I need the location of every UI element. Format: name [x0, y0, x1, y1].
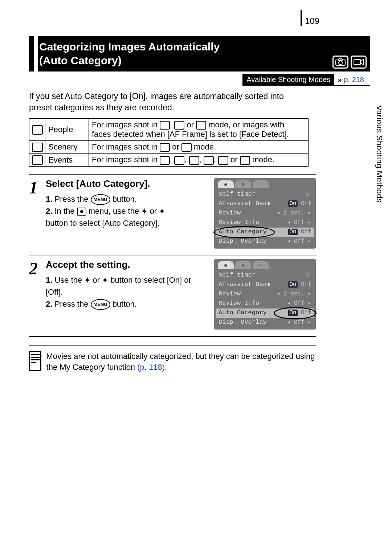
svg-rect-3 [354, 60, 360, 65]
svg-point-1 [339, 61, 342, 65]
lcd-tab-tools-icon: ⚒ [235, 180, 251, 188]
lcd-tab-camera-icon: ◉ [218, 261, 234, 269]
people-icon [32, 125, 43, 135]
lcd-tab-print-icon: ▭ [253, 180, 269, 188]
intro-text: If you set Auto Category to [On], images… [29, 91, 309, 113]
mode-icon [160, 121, 170, 130]
step-1: 1 Select [Auto Category]. 1. Press the M… [29, 175, 316, 255]
mode-icon [160, 156, 170, 165]
scenery-icon [32, 143, 43, 152]
category-desc: For images shot in or mode. [89, 141, 309, 154]
category-desc: For images shot in , , , , or mode. [89, 154, 309, 166]
left-arrow-icon: ✦ [84, 276, 90, 284]
table-row: Scenery For images shot in or mode. [29, 141, 309, 154]
mode-icon [240, 156, 250, 165]
category-name: People [45, 119, 89, 141]
up-arrow-icon: ✦ [141, 207, 147, 215]
camera-icon [332, 56, 348, 69]
step-title: Accept the setting. [46, 259, 211, 270]
available-modes-link[interactable]: »p. 218 [334, 74, 370, 85]
lcd-tab-tools-icon: ⚒ [235, 261, 251, 269]
page-title: Categorizing Images Automatically (Auto … [38, 36, 370, 71]
section-tab-label: Various Shooting Methods [375, 105, 384, 203]
lcd-screenshot-1: ◉ ⚒ ▭ Self-timer⏲ AF-assist BeamOn Off R… [214, 178, 316, 249]
page-number: 109 [301, 10, 319, 26]
table-row: Events For images shot in , , , , or mod… [29, 154, 309, 166]
note-icon [29, 351, 41, 371]
category-name: Events [45, 154, 89, 166]
steps: 1 Select [Auto Category]. 1. Press the M… [29, 174, 316, 337]
lcd-screenshot-2: ◉ ⚒ ▭ Self-timer⏲ AF-assist BeamOn Off R… [214, 259, 316, 330]
mode-icon [160, 143, 170, 152]
lcd-tab-camera-icon: ◉ [218, 180, 234, 188]
step-instructions: 1. Press the MENU button. 2. In the menu… [46, 193, 211, 229]
note-text: Movies are not automatically categorized… [46, 351, 316, 373]
down-arrow-icon: ✦ [159, 207, 165, 215]
menu-button-icon: MENU [91, 299, 110, 310]
mode-icon [174, 156, 184, 165]
mode-icon [218, 156, 228, 165]
mode-icon [174, 121, 184, 130]
category-table: People For images shot in , or mode, or … [29, 118, 309, 167]
step-instructions: 1. Use the ✦ or ✦ button to select [On] … [46, 274, 211, 310]
category-name: Scenery [45, 141, 89, 154]
table-row: People For images shot in , or mode, or … [29, 119, 309, 141]
menu-button-icon: MENU [91, 194, 110, 205]
rec-menu-icon [77, 208, 86, 216]
available-modes-label: Available Shooting Modes [243, 74, 334, 85]
step-2: 2 Accept the setting. 1. Use the ✦ or ✦ … [29, 255, 316, 336]
category-desc: For images shot in , or mode, or images … [89, 119, 309, 141]
movie-icon [351, 56, 367, 69]
step-number: 2 [29, 259, 46, 330]
note-link[interactable]: (p. 118) [137, 363, 165, 372]
mode-icon [196, 121, 206, 130]
mode-icon [204, 156, 214, 165]
events-icon [32, 155, 43, 165]
note: Movies are not automatically categorized… [29, 345, 316, 373]
mode-icon [181, 143, 192, 152]
lcd-tab-print-icon: ▭ [253, 261, 269, 269]
step-title: Select [Auto Category]. [46, 178, 211, 189]
available-modes-box: Available Shooting Modes »p. 218 [242, 74, 370, 86]
mode-icon [189, 156, 199, 165]
right-arrow-icon: ✦ [102, 276, 108, 284]
page-title-block: Categorizing Images Automatically (Auto … [29, 36, 370, 71]
step-number: 1 [29, 178, 46, 249]
